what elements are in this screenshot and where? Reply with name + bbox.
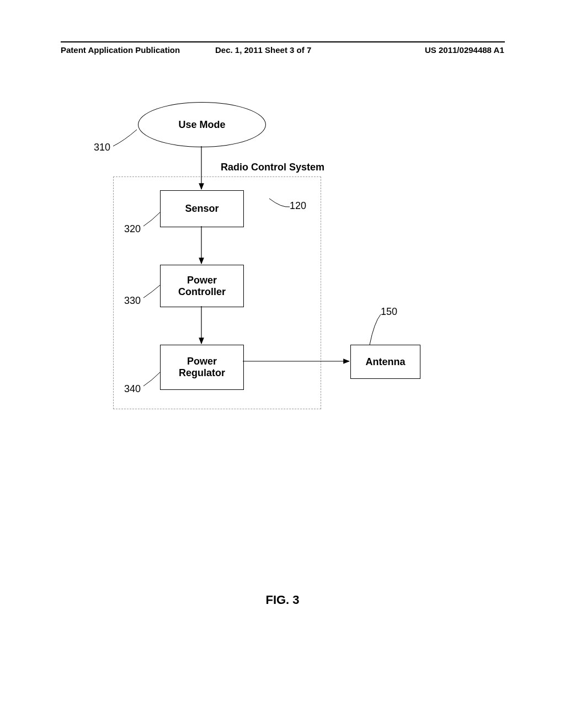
- ref-120: 120: [290, 200, 306, 212]
- ref-310: 310: [94, 142, 110, 153]
- use-mode-ellipse: Use Mode: [138, 102, 266, 147]
- header-right: US 2011/0294488 A1: [425, 45, 504, 55]
- ref-150: 150: [381, 306, 397, 318]
- header-left: Patent Application Publication: [61, 45, 180, 55]
- sensor-box: Sensor: [160, 190, 244, 227]
- power-controller-label: Power Controller: [178, 275, 226, 298]
- diagram-container: Use Mode Radio Control System Sensor Pow…: [94, 102, 447, 416]
- header-center: Dec. 1, 2011 Sheet 3 of 7: [215, 45, 311, 55]
- figure-label: FIG. 3: [0, 593, 565, 607]
- ref-320: 320: [124, 223, 141, 235]
- ref-340: 340: [124, 383, 141, 395]
- sensor-label: Sensor: [185, 203, 218, 215]
- system-label: Radio Control System: [221, 162, 324, 173]
- antenna-box: Antenna: [350, 345, 420, 379]
- use-mode-label: Use Mode: [178, 119, 225, 131]
- power-regulator-box: Power Regulator: [160, 345, 244, 390]
- power-regulator-label: Power Regulator: [179, 356, 225, 379]
- antenna-label: Antenna: [366, 356, 406, 368]
- power-controller-box: Power Controller: [160, 265, 244, 307]
- ref-330: 330: [124, 295, 141, 307]
- header-divider: [61, 41, 505, 42]
